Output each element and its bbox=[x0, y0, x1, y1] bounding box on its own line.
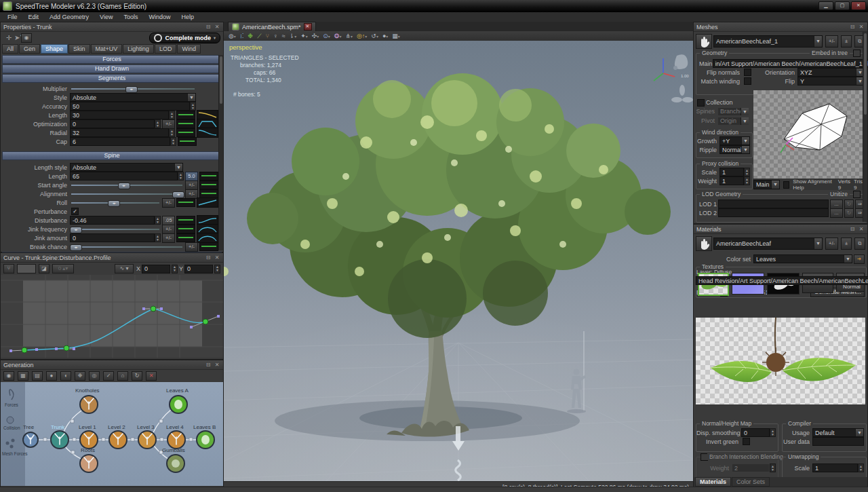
disp-smoothing-spinner[interactable]: ▲▼ bbox=[770, 428, 776, 437]
plus-minus-button[interactable]: +/- bbox=[185, 181, 198, 190]
nodes-tool-icon[interactable]: ⁝⁚ bbox=[240, 33, 244, 39]
pick-help-icon[interactable]: ➤? bbox=[14, 35, 21, 41]
anchor-tool-icon[interactable]: ◎↑▾ bbox=[357, 33, 367, 39]
season-tool-icon[interactable]: ✦▾ bbox=[300, 33, 308, 39]
magnet-icon[interactable]: ◖ bbox=[60, 371, 71, 381]
node-label-level4[interactable]: Level 4 bbox=[166, 424, 184, 430]
plus-minus-button[interactable]: +/- bbox=[162, 233, 175, 243]
node-add-icon[interactable]: ▦ bbox=[18, 371, 28, 381]
reload-icon[interactable]: ↻ bbox=[844, 208, 854, 218]
branch-tool-icon[interactable]: ⟋ bbox=[257, 33, 261, 40]
close-panel-icon[interactable]: ✕ bbox=[214, 362, 220, 368]
roll-slider[interactable]: ◂▸ bbox=[70, 198, 161, 207]
browse-button[interactable]: ... bbox=[830, 200, 843, 209]
spine-length-spinner[interactable]: ▲▼ bbox=[178, 172, 184, 181]
node-label-roots[interactable]: Roots bbox=[81, 447, 95, 453]
complete-mode-button[interactable]: Complete mode ▾ bbox=[149, 33, 220, 43]
start-angle-slider[interactable]: ◂▸ bbox=[70, 181, 184, 189]
section-segments[interactable]: Segments bbox=[2, 74, 222, 83]
node-label-tree[interactable]: Tree bbox=[23, 424, 35, 430]
alignment-slider[interactable]: ◂▸ bbox=[70, 189, 184, 198]
forces-tool-icon[interactable]: ⋔▾ bbox=[345, 33, 353, 39]
leaves-icon[interactable]: ❉ bbox=[75, 371, 85, 381]
properties-scrollbar[interactable] bbox=[218, 55, 223, 250]
curve-preset-button[interactable]: ∿ ▾ bbox=[115, 264, 134, 273]
user-data-field[interactable] bbox=[812, 437, 864, 446]
tab-skin[interactable]: Skin bbox=[68, 44, 90, 54]
viewport-canvas[interactable]: 1.00 perspective TRIANGLES - SELECTED br… bbox=[224, 41, 693, 482]
ripple-dropdown[interactable]: Normal▼ bbox=[719, 145, 750, 154]
disturbance-input[interactable]: -0.46 bbox=[70, 216, 155, 225]
bib-weight-spinner[interactable]: ▲▼ bbox=[770, 463, 776, 472]
variance-bar[interactable] bbox=[176, 225, 195, 233]
curve-x-spinner[interactable]: ▲▼ bbox=[172, 265, 178, 273]
material-add-button[interactable]: ± bbox=[841, 238, 852, 250]
variance-bar[interactable] bbox=[199, 172, 218, 181]
select-mode-icon[interactable]: ◉ bbox=[3, 371, 14, 381]
magnify-tool-icon[interactable]: ⊙▾ bbox=[323, 33, 330, 39]
variance-bar[interactable] bbox=[176, 216, 195, 225]
variance-bar[interactable] bbox=[176, 198, 195, 207]
mesh-plus-minus-button[interactable]: +/- bbox=[825, 35, 838, 48]
jink-frequency-slider[interactable]: ◂▸ bbox=[70, 225, 161, 233]
alignment-help-checkbox[interactable] bbox=[783, 181, 789, 189]
meshes-scrollbar[interactable] bbox=[863, 32, 867, 222]
collection-checkbox[interactable] bbox=[697, 99, 705, 107]
accuracy-spinner[interactable]: ▲▼ bbox=[190, 102, 196, 111]
lock-icon[interactable]: ⌂ bbox=[117, 371, 128, 381]
history-icon[interactable]: ↻ bbox=[132, 371, 142, 381]
tree-tool-icon[interactable]: ♀ bbox=[273, 33, 278, 39]
menu-tools[interactable]: Tools bbox=[119, 13, 142, 21]
curve-y-input[interactable]: 0 bbox=[184, 265, 213, 273]
section-hand-drawn[interactable]: Hand Drawn bbox=[2, 64, 222, 73]
sphere-tool-icon[interactable]: ◍▾ bbox=[229, 33, 236, 39]
curve-tree-icon[interactable]: ⑂ bbox=[3, 264, 14, 273]
material-plus-minus-button[interactable]: +/- bbox=[825, 238, 838, 250]
optimization-spinner[interactable]: ▲▼ bbox=[155, 119, 161, 128]
usage-dropdown[interactable]: Default▼ bbox=[812, 428, 864, 437]
check-icon[interactable]: ✓ bbox=[103, 371, 114, 381]
break-chance-slider[interactable]: ◂▸ bbox=[70, 242, 184, 251]
tools-icon[interactable]: ✛ bbox=[5, 35, 12, 41]
menu-edit[interactable]: Edit bbox=[24, 13, 44, 21]
length-style-dropdown[interactable]: Absolute▼ bbox=[70, 163, 183, 172]
color-set-dropdown[interactable]: Leaves▼ bbox=[753, 254, 852, 263]
tab-lighting[interactable]: Lighting bbox=[123, 44, 154, 54]
pivot-dropdown[interactable]: Origin▼ bbox=[717, 117, 749, 126]
curve-x-input[interactable]: 0 bbox=[142, 265, 170, 273]
length-spinner[interactable]: ▲▼ bbox=[169, 111, 175, 119]
style-dropdown[interactable]: Absolute▼ bbox=[70, 93, 196, 102]
hand-icon[interactable] bbox=[696, 34, 712, 49]
delete-icon[interactable]: ✕ bbox=[146, 371, 157, 381]
dock-icon[interactable]: ⊟ bbox=[849, 226, 856, 232]
texture-path-field[interactable]: Head Revision/Art Support/American Beech… bbox=[696, 276, 868, 285]
variance-bar[interactable] bbox=[178, 137, 197, 146]
node-label-level2[interactable]: Level 2 bbox=[108, 424, 125, 430]
roll-profile-curve[interactable] bbox=[197, 197, 218, 208]
unitize-checkbox[interactable] bbox=[853, 191, 861, 198]
mesh-preview[interactable] bbox=[753, 90, 865, 178]
jink-amount-spinner[interactable]: ▲▼ bbox=[155, 233, 161, 242]
menu-file[interactable]: File bbox=[3, 13, 22, 21]
dock-icon[interactable]: ⊟ bbox=[205, 254, 212, 261]
section-spine[interactable]: Spine bbox=[2, 151, 222, 160]
close-panel-icon[interactable]: ✕ bbox=[214, 24, 220, 30]
close-panel-icon[interactable]: ✕ bbox=[214, 254, 220, 261]
node-label-level3[interactable]: Level 3 bbox=[137, 424, 155, 430]
tab-gen[interactable]: Gen bbox=[19, 44, 40, 54]
lod1-field[interactable] bbox=[718, 200, 829, 208]
radial-profile-curve[interactable] bbox=[197, 128, 218, 138]
grow-tool-icon[interactable]: ⇂▾ bbox=[290, 33, 297, 39]
reload-icon[interactable]: ↻ bbox=[844, 200, 854, 209]
wind-tool-icon[interactable]: ≈ bbox=[282, 33, 285, 39]
curve-editor-canvas[interactable] bbox=[1, 275, 223, 358]
menu-add-geometry[interactable]: Add Geometry bbox=[45, 13, 94, 21]
orientation-dropdown[interactable]: XYZ▼ bbox=[797, 68, 865, 77]
maximize-button[interactable]: ▢ bbox=[835, 1, 850, 10]
spines-dropdown[interactable]: Branched▼ bbox=[717, 107, 749, 116]
curve-swatch[interactable] bbox=[17, 264, 36, 273]
mesh-add-button[interactable]: ± bbox=[841, 35, 852, 48]
render-mode-icon[interactable]: ●▾ bbox=[382, 33, 388, 39]
multiplier-slider[interactable]: ◂▸ bbox=[70, 84, 196, 93]
disturbance-spinner[interactable]: ▲▼ bbox=[155, 216, 161, 225]
